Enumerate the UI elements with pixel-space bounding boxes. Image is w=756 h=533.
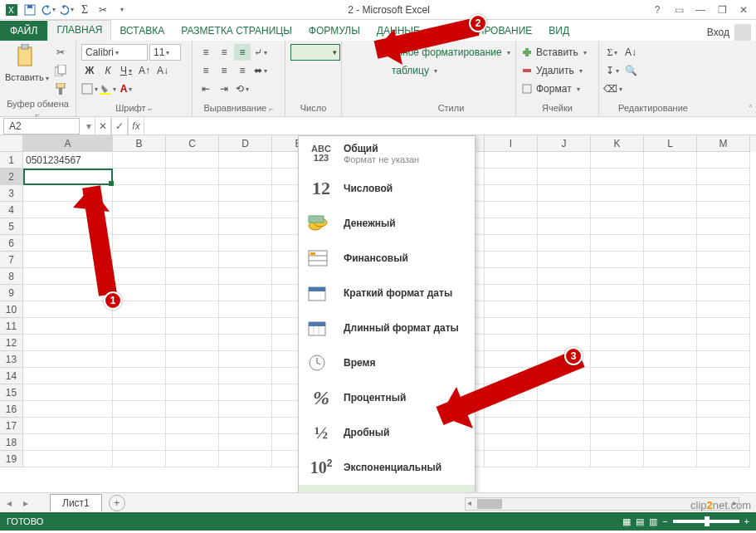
borders-icon[interactable] (81, 81, 98, 97)
format-item-currency[interactable]: Денежный (299, 206, 475, 241)
format-item-fraction[interactable]: ½Дробный (299, 415, 475, 450)
font-name-combo[interactable]: Calibri (81, 44, 148, 61)
view-normal-icon[interactable]: ▦ (622, 516, 631, 527)
bold-button[interactable]: Ж (81, 62, 98, 79)
row-header[interactable]: 2 (0, 169, 23, 185)
conditional-formatting-button[interactable]: овное форматирование (392, 44, 510, 61)
zoom-in-icon[interactable]: + (744, 516, 749, 526)
enter-formula-icon[interactable]: ✓ (111, 118, 128, 134)
cell-a1[interactable]: 0501234567 (23, 152, 113, 169)
format-item-percentage[interactable]: %Процентный (299, 380, 475, 415)
font-size-combo[interactable]: 11 (149, 44, 181, 61)
format-as-table-button[interactable]: таблицу (392, 62, 510, 79)
sheet-nav-prev-icon[interactable]: ▸ (23, 497, 28, 509)
decrease-indent-icon[interactable]: ⇤ (198, 81, 214, 97)
col-header[interactable]: M (697, 135, 750, 152)
row-header[interactable]: 10 (0, 301, 23, 318)
merge-icon[interactable]: ⬌ (252, 62, 269, 79)
tab-formulas[interactable]: ФОРМУЛЫ (300, 22, 368, 41)
paste-icon[interactable] (15, 44, 38, 71)
align-bottom-icon[interactable]: ≡ (234, 44, 251, 61)
number-format-dropdown[interactable]: ▾ (290, 44, 340, 61)
increase-font-icon[interactable]: A↑ (136, 62, 153, 79)
sheet-tab[interactable]: Лист1 (50, 494, 102, 511)
format-item-long-date[interactable]: Длинный формат даты (299, 311, 475, 345)
col-header[interactable]: D (219, 135, 272, 152)
cancel-formula-icon[interactable]: ✕ (95, 118, 111, 134)
format-item-text[interactable]: ABCТекстовый (299, 485, 475, 492)
increase-indent-icon[interactable]: ⇥ (216, 81, 232, 97)
new-sheet-button[interactable]: + (109, 495, 125, 511)
row-header[interactable]: 14 (0, 368, 23, 384)
formula-input[interactable] (144, 118, 756, 134)
autosum-icon[interactable]: Σ (76, 2, 93, 18)
sheet-nav-first-icon[interactable]: ◂ (7, 497, 12, 509)
tab-data[interactable]: ДАННЫЕ (368, 22, 428, 41)
fx-icon[interactable]: fx (128, 118, 144, 134)
format-item-scientific[interactable]: 102Экспоненциальный (299, 450, 475, 485)
delete-cells-button[interactable]: Удалить (521, 62, 593, 79)
cut-ribbon-icon[interactable]: ✂ (52, 44, 69, 61)
tab-view[interactable]: ВИД (540, 22, 578, 41)
col-header[interactable]: J (538, 135, 591, 152)
row-header[interactable]: 13 (0, 351, 23, 368)
tab-home[interactable]: ГЛАВНАЯ (47, 20, 111, 41)
view-page-break-icon[interactable]: ▥ (649, 516, 657, 527)
close-icon[interactable]: ✕ (734, 2, 753, 17)
format-item-short-date[interactable]: Краткий формат даты (299, 276, 475, 311)
align-left-icon[interactable]: ≡ (198, 62, 214, 79)
tab-insert[interactable]: ВСТАВКА (111, 22, 173, 41)
fill-icon[interactable]: ↧ (604, 62, 621, 79)
help-icon[interactable]: ? (648, 2, 666, 17)
paste-button[interactable]: Вставить (5, 72, 49, 82)
tab-page-layout[interactable]: РАЗМЕТКА СТРАНИЦЫ (173, 22, 300, 41)
ribbon-display-icon[interactable]: ▭ (670, 2, 688, 17)
row-header[interactable]: 5 (0, 218, 23, 235)
row-header[interactable]: 18 (0, 434, 23, 451)
zoom-slider[interactable] (673, 520, 739, 523)
collapse-ribbon-icon[interactable]: ˄ (749, 104, 753, 113)
format-item-number[interactable]: 12Числовой (299, 171, 475, 206)
col-header[interactable]: L (644, 135, 697, 152)
format-item-general[interactable]: ABC123ОбщийФормат не указан (299, 136, 475, 171)
format-cells-button[interactable]: Формат (521, 81, 593, 97)
redo-icon[interactable] (58, 2, 75, 18)
select-all-corner[interactable] (0, 135, 23, 152)
find-select-icon[interactable]: 🔍 (622, 62, 639, 79)
row-header[interactable]: 1 (0, 152, 23, 169)
row-header[interactable]: 4 (0, 202, 23, 218)
cut-icon[interactable]: ✂ (95, 2, 111, 18)
wrap-text-icon[interactable]: ⤶ (252, 44, 269, 61)
clear-icon[interactable]: ⌫ (604, 81, 621, 97)
autosum-ribbon-icon[interactable]: Σ (604, 44, 621, 61)
col-header[interactable]: I (485, 135, 538, 152)
copy-icon[interactable] (52, 62, 69, 79)
row-header[interactable]: 6 (0, 235, 23, 252)
row-header[interactable]: 11 (0, 318, 23, 335)
user-avatar-icon[interactable] (734, 24, 751, 41)
italic-button[interactable]: К (100, 62, 116, 79)
col-header[interactable]: C (166, 135, 219, 152)
restore-icon[interactable]: ❐ (713, 2, 731, 17)
format-item-time[interactable]: Время (299, 345, 475, 380)
format-item-accounting[interactable]: Финансовый (299, 241, 475, 276)
row-header[interactable]: 16 (0, 401, 23, 418)
qat-customize-icon[interactable] (113, 2, 129, 18)
view-page-layout-icon[interactable]: ▤ (636, 516, 644, 527)
sign-in-link[interactable]: Вход (707, 27, 729, 38)
fill-color-icon[interactable] (100, 81, 116, 97)
align-center-icon[interactable]: ≡ (216, 62, 232, 79)
namebox-dropdown-icon[interactable]: ▾ (83, 120, 95, 132)
orientation-icon[interactable]: ⟲ (234, 81, 251, 97)
row-header[interactable]: 19 (0, 451, 23, 467)
insert-cells-button[interactable]: Вставить (521, 44, 593, 61)
align-top-icon[interactable]: ≡ (198, 44, 214, 61)
row-header[interactable]: 3 (0, 185, 23, 202)
undo-icon[interactable] (40, 2, 56, 18)
row-header[interactable]: 17 (0, 418, 23, 434)
row-header[interactable]: 8 (0, 268, 23, 285)
align-right-icon[interactable]: ≡ (234, 62, 251, 79)
col-header[interactable]: K (591, 135, 644, 152)
format-painter-icon[interactable] (52, 81, 69, 97)
minimize-icon[interactable]: — (691, 2, 710, 17)
